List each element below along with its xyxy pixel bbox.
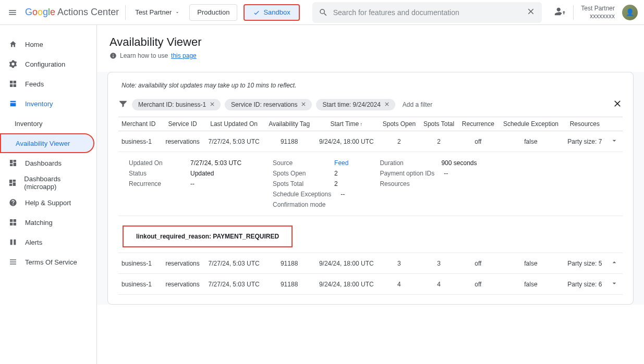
chevron-down-icon[interactable] — [610, 136, 618, 145]
search-input[interactable] — [333, 8, 521, 17]
detail-value: 7/27/24, 5:03 UTC — [190, 159, 241, 167]
production-button[interactable]: Production — [189, 4, 237, 21]
chevron-up-icon[interactable] — [610, 258, 618, 267]
table-row[interactable]: business-1reservations7/27/24, 5:03 UTC9… — [118, 131, 623, 152]
inventory-icon — [8, 99, 18, 108]
page-help: Learn how to use this page — [110, 52, 631, 59]
table-header-row: Merchant ID Service ID Last Updated On A… — [118, 117, 623, 131]
sidebar-label: Matching — [25, 219, 53, 227]
detail-value-link[interactable]: Feed — [334, 159, 348, 167]
col-recurrence[interactable]: Recurrence — [458, 117, 498, 131]
detail-value: -- — [444, 170, 448, 177]
chip-remove-icon[interactable] — [209, 101, 216, 108]
sidebar-item-feeds[interactable]: Feeds — [0, 74, 96, 94]
sidebar-label: Home — [25, 41, 43, 48]
col-service[interactable]: Service ID — [162, 117, 204, 131]
col-total[interactable]: Spots Total — [420, 117, 458, 131]
sidebar-item-matching[interactable]: Matching — [0, 212, 96, 232]
partner-dropdown[interactable]: Test Partner — [132, 8, 183, 16]
sandbox-button[interactable]: Sandbox — [244, 4, 299, 21]
sidebar-item-configuration[interactable]: Configuration — [0, 54, 96, 74]
sidebar-label: Inventory — [25, 100, 53, 108]
page-title: Availability Viewer — [110, 35, 631, 49]
detail-value: 900 seconds — [441, 159, 477, 167]
col-merchant[interactable]: Merchant ID — [118, 117, 162, 131]
sidebar-label: Terms Of Service — [25, 258, 77, 266]
filter-chip-service[interactable]: Service ID: reservations — [225, 99, 312, 110]
detail-value: Updated — [190, 170, 214, 177]
sidebar: Home Configuration Feeds Inventory Inven… — [0, 25, 97, 364]
detail-value: -- — [341, 191, 345, 198]
detail-label: Spots Total — [273, 180, 325, 187]
info-icon — [110, 52, 117, 59]
divider — [125, 5, 126, 20]
header-right: Test Partner xxxxxxxx 👤 — [554, 5, 638, 20]
sidebar-label: Availability Viewer — [16, 140, 70, 147]
sidebar-label: Feeds — [25, 80, 44, 88]
chip-label: Service ID: reservations — [231, 101, 297, 108]
search-bar[interactable] — [312, 2, 542, 23]
add-filter-button[interactable]: Add a filter — [399, 101, 435, 108]
table-row[interactable]: business-1reservations7/27/24, 5:03 UTC9… — [118, 274, 623, 295]
detail-label: Source — [273, 159, 325, 167]
detail-value: -- — [190, 180, 195, 187]
account-switch-icon[interactable] — [554, 6, 566, 19]
avatar[interactable]: 👤 — [622, 5, 638, 20]
caret-down-icon — [175, 10, 180, 15]
sidebar-label: Dashboards (microapp) — [24, 175, 88, 191]
sidebar-item-help[interactable]: Help & Support — [0, 193, 96, 212]
col-start[interactable]: Start Time↑ — [314, 117, 379, 131]
filter-chip-merchant[interactable]: Merchant ID: business-1 — [132, 99, 221, 110]
filter-icon[interactable] — [118, 99, 128, 110]
col-exception[interactable]: Schedule Exception — [498, 117, 563, 131]
col-tag[interactable]: Availability Tag — [264, 117, 314, 131]
user-sub: xxxxxxxx — [581, 12, 615, 20]
sidebar-item-dashboards[interactable]: Dashboards — [0, 153, 96, 173]
user-name: Test Partner — [581, 5, 615, 12]
home-icon — [8, 40, 18, 49]
filter-chip-start[interactable]: Start time: 9/24/2024 — [316, 99, 395, 110]
sidebar-item-tos[interactable]: Terms Of Service — [0, 252, 96, 272]
sidebar-item-dashboards-micro[interactable]: Dashboards (microapp) — [0, 173, 96, 193]
list-icon — [8, 257, 18, 267]
card-note: Note: availability slot updates may take… — [118, 82, 623, 89]
user-info: Test Partner xxxxxxxx — [581, 5, 615, 20]
chevron-down-icon[interactable] — [610, 279, 618, 287]
sidebar-item-inventory[interactable]: Inventory — [0, 94, 96, 114]
alert-icon — [8, 237, 18, 247]
gear-icon — [8, 59, 18, 69]
table-row[interactable]: business-1reservations7/27/24, 5:03 UTC9… — [118, 253, 623, 274]
dashboard-icon — [8, 158, 18, 168]
chip-remove-icon[interactable] — [384, 101, 391, 108]
detail-label: Payment option IDs — [380, 170, 434, 177]
col-resources[interactable]: Resources — [564, 117, 606, 131]
sidebar-item-availability-viewer[interactable]: Availability Viewer — [0, 133, 94, 153]
help-prefix: Learn how to use — [120, 52, 168, 59]
detail-value: 2 — [334, 180, 338, 187]
col-updated[interactable]: Last Updated On — [203, 117, 264, 131]
linkout-reason-box: linkout_required_reason: PAYMENT_REQUIRE… — [123, 225, 293, 247]
sidebar-item-alerts[interactable]: Alerts — [0, 232, 96, 252]
detail-label: Updated On — [129, 159, 181, 167]
availability-table: Merchant ID Service ID Last Updated On A… — [118, 117, 623, 295]
detail-label: Schedule Exceptions — [273, 191, 331, 198]
grid-icon — [8, 79, 18, 89]
hamburger-menu[interactable] — [6, 6, 19, 19]
detail-label: Duration — [380, 159, 432, 167]
detail-label: Resources — [380, 180, 432, 187]
chip-remove-icon[interactable] — [300, 101, 308, 108]
search-icon — [319, 8, 328, 17]
divider — [573, 5, 574, 20]
col-open[interactable]: Spots Open — [379, 117, 419, 131]
google-logo: Google — [25, 7, 55, 18]
search-clear-icon[interactable] — [526, 7, 536, 18]
filter-bar: Merchant ID: business-1 Service ID: rese… — [118, 98, 623, 110]
sidebar-item-home[interactable]: Home — [0, 34, 96, 54]
close-filters-icon[interactable] — [612, 98, 623, 110]
help-link[interactable]: this page — [171, 52, 197, 59]
top-header: Google Actions Center Test Partner Produ… — [0, 0, 644, 25]
sidebar-item-inventory-sub[interactable]: Inventory — [0, 114, 96, 133]
logo: Google Actions Center — [25, 7, 119, 18]
detail-value: 2 — [334, 170, 338, 177]
row-detail-panel: Updated On7/27/24, 5:03 UTC StatusUpdate… — [118, 152, 623, 216]
